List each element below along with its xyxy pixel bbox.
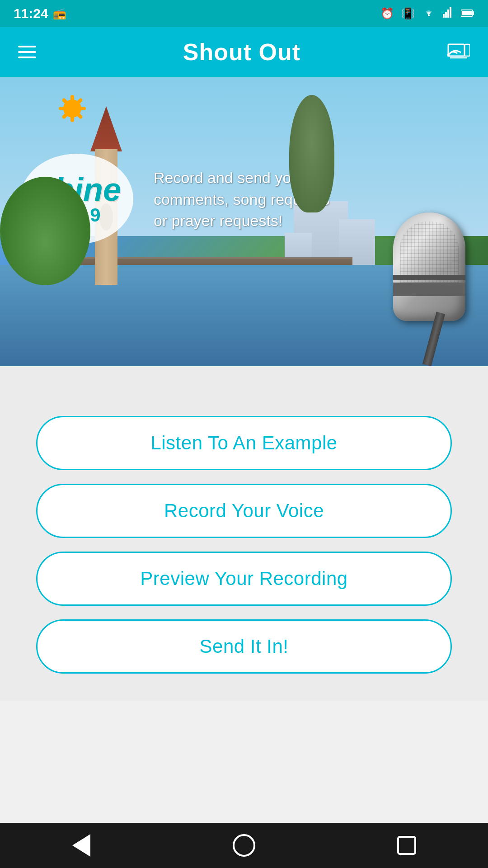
send-it-button[interactable]: Send It In! (36, 619, 452, 674)
preview-recording-button[interactable]: Preview Your Recording (36, 552, 452, 606)
record-voice-button[interactable]: Record Your Voice (36, 484, 452, 538)
status-bar: 11:24 📻 ⏰ 📳 (0, 0, 488, 27)
tower-roof (90, 106, 122, 151)
vibrate-icon: 📳 (401, 7, 415, 20)
cast-button[interactable] (447, 41, 470, 63)
preview-recording-label: Preview Your Recording (140, 568, 347, 590)
svg-rect-3 (447, 9, 449, 18)
record-voice-label: Record Your Voice (164, 500, 324, 522)
svg-rect-7 (462, 11, 472, 15)
back-icon (72, 834, 90, 857)
home-icon (233, 834, 255, 857)
logo-sun (59, 95, 86, 122)
bottom-navigation (0, 823, 488, 868)
signal-icon (443, 7, 454, 20)
app-bar: Shout Out (0, 27, 488, 77)
app-title: Shout Out (183, 38, 300, 66)
back-button[interactable] (63, 827, 99, 863)
status-bar-right: ⏰ 📳 (380, 7, 474, 20)
status-time: 11:24 (14, 6, 48, 21)
listen-example-label: Listen To An Example (150, 432, 337, 454)
hero-banner: Shine 104.9 Record and send your comment… (0, 77, 488, 366)
svg-rect-6 (473, 11, 474, 15)
menu-button[interactable] (18, 46, 36, 58)
mic-band-upper (393, 275, 465, 280)
buttons-area: Listen To An Example Record Your Voice P… (0, 402, 488, 701)
svg-rect-10 (465, 44, 470, 56)
content-spacer (0, 366, 488, 402)
svg-rect-2 (445, 12, 447, 18)
alarm-icon: ⏰ (380, 7, 394, 20)
svg-rect-1 (443, 14, 445, 18)
tree-right (289, 95, 334, 212)
home-button[interactable] (226, 827, 262, 863)
status-bar-left: 11:24 📻 (14, 6, 66, 21)
wifi-icon (422, 7, 436, 20)
battery-icon (461, 7, 474, 20)
mic-body (393, 212, 465, 321)
radio-icon: 📻 (53, 7, 66, 20)
send-it-label: Send It In! (200, 636, 289, 657)
recent-icon (397, 836, 416, 855)
mic-band-lower (393, 283, 465, 296)
recent-button[interactable] (389, 827, 425, 863)
listen-example-button[interactable]: Listen To An Example (36, 416, 452, 470)
microphone-image (330, 113, 488, 366)
svg-point-0 (428, 14, 430, 16)
tree-left (0, 177, 90, 285)
svg-rect-4 (450, 7, 451, 18)
